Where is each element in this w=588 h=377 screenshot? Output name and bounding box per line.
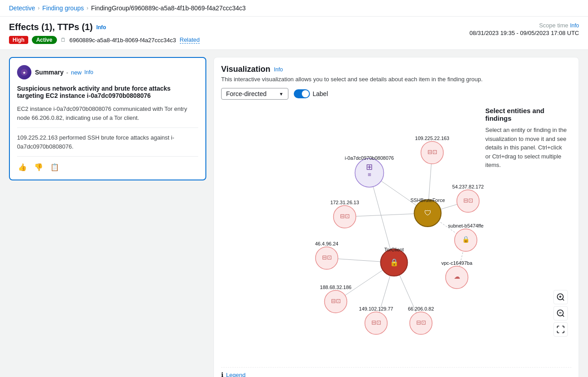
label-toggle-container: Label [294, 89, 328, 98]
breadcrumb-detective[interactable]: Detective [9, 4, 35, 12]
header-meta: High Active 🗒 6960889c-a5a8-4f1b-8069-f4… [9, 36, 200, 44]
label-toggle[interactable] [294, 89, 310, 98]
badge-high: High [9, 36, 28, 44]
page-header: Effects (1), TTPs (1) Info High Active 🗒… [0, 17, 588, 50]
label-vpc: vpc-c16497ba [441, 260, 473, 266]
summary-info-link[interactable]: Info [84, 69, 93, 75]
label-ip-66: 66.206.0.82 [408, 306, 434, 311]
legend-bar[interactable]: ℹ Legend [221, 367, 571, 377]
scope-time: Scope time Info 08/31/2023 19:35 - 09/05… [470, 22, 579, 36]
label-ec2: i-0a7dc0970b0808076 [345, 155, 394, 161]
finding-id-icon: 🗒 [61, 37, 66, 43]
thumbdown-button[interactable]: 👎 [33, 162, 44, 172]
copy-button[interactable]: 📋 [49, 162, 60, 172]
title-info-link[interactable]: Info [96, 24, 106, 31]
finding-id: 6960889c-a5a8-4f1b-8069-f4a27ccc34c3 [70, 37, 176, 44]
layout-dropdown[interactable]: Force-directed ▼ [221, 88, 288, 100]
svg-text:🔒: 🔒 [462, 236, 470, 243]
viz-controls: Force-directed ▼ Label [221, 88, 571, 100]
viz-description: This interactive visualization allows yo… [221, 76, 571, 83]
breadcrumb-sep-1: › [38, 5, 39, 11]
label-ip-172: 172.31.26.13 [330, 200, 359, 205]
label-subnet: subnet-b5474ffe [448, 223, 483, 228]
summary-title: Summary [35, 69, 64, 76]
summary-title-row: Summary - new Info [35, 69, 93, 76]
summary-actions: 👍 👎 📋 [17, 162, 198, 172]
label-ip-109: 109.225.22.163 [415, 136, 449, 141]
summary-card: ★ Summary - new Info Suspicious network … [9, 57, 206, 180]
label-ip-46: 46.4.96.24 [315, 241, 339, 246]
chevron-down-icon: ▼ [279, 92, 283, 96]
header-left: Effects (1), TTPs (1) Info High Active 🗒… [9, 22, 200, 44]
page-title: Effects (1), TTPs (1) [9, 22, 93, 32]
zoom-controls [553, 290, 568, 337]
summary-divider [17, 127, 198, 128]
scope-time-value: 08/31/2023 19:35 - 09/05/2023 17:08 UTC [470, 30, 579, 36]
fit-button[interactable] [553, 322, 568, 337]
breadcrumb: Detective › Finding groups › FindingGrou… [0, 0, 588, 17]
breadcrumb-current: FindingGroup/6960889c-a5a8-4f1b-8069-f4a… [91, 4, 246, 12]
viz-info-link[interactable]: Info [274, 66, 283, 73]
dropdown-value: Force-directed [226, 90, 266, 97]
zoom-out-button[interactable] [553, 306, 568, 320]
thumbup-button[interactable]: 👍 [17, 162, 28, 172]
left-panel: ★ Summary - new Info Suspicious network … [9, 57, 206, 377]
label-tor-client: TorClient [384, 247, 404, 252]
summary-header: ★ Summary - new Info [17, 65, 198, 79]
label-ip-54: 54.237.82.172 [452, 184, 483, 189]
svg-text:⊟⊡: ⊟⊡ [463, 197, 473, 204]
label-ip-149: 149.102.129.77 [359, 306, 393, 311]
viz-main-area: ⊞ ⊞ i-0a7dc0970b0808076 🛡 SSHBruteForce … [221, 103, 571, 364]
legend-label: Legend [226, 372, 245, 377]
svg-text:⊞: ⊞ [366, 162, 373, 171]
svg-text:⊞: ⊞ [368, 172, 371, 177]
scope-time-label-row: Scope time Info [470, 22, 579, 29]
summary-para-2: 109.225.22.163 performed SSH brute force… [17, 133, 198, 151]
svg-text:⊟⊡: ⊟⊡ [322, 254, 332, 261]
scope-time-info-link[interactable]: Info [570, 22, 579, 29]
legend-info-icon: ℹ [221, 371, 223, 377]
viz-header: Visualization Info [221, 65, 571, 74]
label-ssh-bruteforce: SSHBruteForce [410, 197, 445, 203]
svg-text:⊟⊡: ⊟⊡ [340, 213, 350, 219]
breadcrumb-finding-groups[interactable]: Finding groups [42, 4, 84, 12]
svg-line-31 [562, 315, 564, 317]
breadcrumb-sep-2: › [87, 5, 88, 11]
label-toggle-label: Label [313, 90, 328, 97]
svg-text:★: ★ [22, 70, 26, 75]
svg-text:☁: ☁ [454, 273, 460, 280]
viz-title: Visualization [221, 65, 270, 74]
summary-para-1: EC2 instance i-0a7dc0970b0808076 communi… [17, 105, 198, 122]
summary-body-title: Suspicious network activity and brute fo… [17, 85, 198, 99]
related-link[interactable]: Related [180, 36, 200, 44]
summary-icon: ★ [17, 65, 31, 79]
scope-time-label: Scope time [539, 22, 568, 29]
summary-new-label: new [71, 69, 82, 76]
entity-panel-desc: Select an entity or finding in the visua… [485, 126, 568, 170]
entity-panel: Select entities and findings Select an e… [482, 103, 571, 173]
svg-text:⊟⊡: ⊟⊡ [416, 319, 426, 326]
svg-text:🔒: 🔒 [390, 258, 399, 267]
zoom-in-button[interactable] [553, 290, 568, 304]
svg-text:⊟⊡: ⊟⊡ [331, 298, 341, 304]
right-panel: Visualization Info This interactive visu… [213, 57, 579, 377]
svg-text:⊟⊡: ⊟⊡ [427, 149, 437, 155]
entity-panel-title: Select entities and findings [485, 107, 568, 122]
svg-line-27 [562, 299, 564, 301]
label-ip-188: 188.68.32.186 [320, 285, 351, 290]
main-content: ★ Summary - new Info Suspicious network … [0, 50, 588, 377]
badge-active: Active [32, 36, 57, 44]
summary-divider-2 [17, 156, 198, 157]
svg-text:🛡: 🛡 [424, 209, 431, 217]
header-title-row: Effects (1), TTPs (1) Info [9, 22, 200, 32]
svg-text:⊟⊡: ⊟⊡ [371, 319, 381, 326]
